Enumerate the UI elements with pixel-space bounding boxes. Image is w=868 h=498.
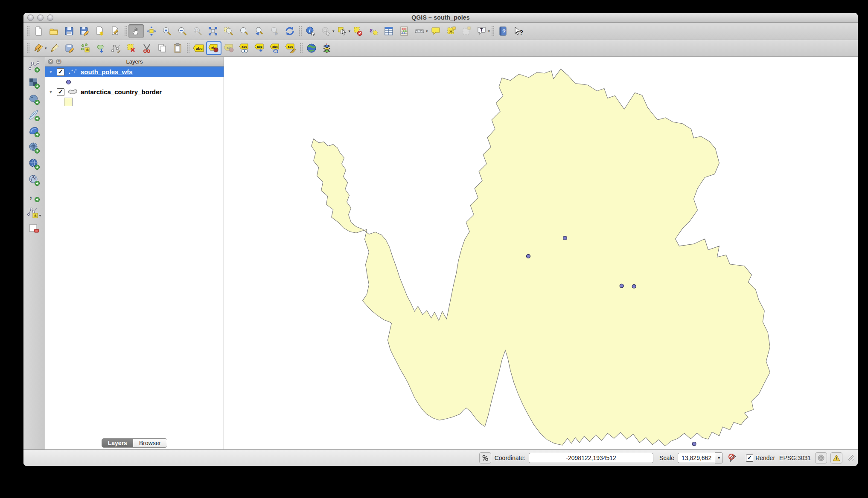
map-tips-button[interactable] <box>428 24 443 38</box>
coordinate-input[interactable]: -2098122,1934512 <box>529 453 653 463</box>
show-bookmarks-button[interactable] <box>459 24 474 38</box>
map-svg <box>224 57 858 449</box>
new-print-composer-button[interactable]: ✱ <box>92 24 108 38</box>
help-contents-button[interactable]: ? <box>495 24 511 38</box>
delete-selected-button[interactable] <box>124 41 139 55</box>
render-checkbox[interactable]: ✓ <box>746 455 753 462</box>
cut-features-button[interactable] <box>139 41 154 55</box>
log-messages-warning-icon[interactable]: ! <box>830 452 842 463</box>
zoom-to-selection-button[interactable] <box>221 24 236 38</box>
zoom-actual-size-button[interactable]: 1:1 <box>190 24 205 38</box>
copy-features-button[interactable] <box>154 41 170 55</box>
zoom-last-button[interactable] <box>251 24 267 38</box>
refresh-map-button[interactable] <box>282 24 297 38</box>
add-mssql-layer-button[interactable] <box>26 125 42 138</box>
statistical-summary-button[interactable] <box>396 24 412 38</box>
tab-browser[interactable]: Browser <box>133 439 167 447</box>
zoom-in-button[interactable] <box>159 24 175 38</box>
toolbar-handle[interactable] <box>491 26 494 37</box>
unpin-label-button[interactable]: ab <box>221 41 237 55</box>
add-wfs-layer-button[interactable] <box>26 174 42 187</box>
layer-name[interactable]: antarctica_country_border <box>81 88 162 96</box>
open-project-button[interactable] <box>46 24 61 38</box>
svg-text:abc: abc <box>242 45 247 49</box>
metasearch-globe-button[interactable] <box>304 41 319 55</box>
add-raster-layer-button[interactable] <box>26 76 42 90</box>
pin-label-button[interactable]: ab <box>206 41 221 55</box>
add-feature-button[interactable]: ✱ <box>78 41 93 55</box>
deselect-features-button[interactable] <box>350 24 366 38</box>
save-project-button[interactable] <box>61 24 77 38</box>
run-feature-action-button[interactable] <box>318 24 334 38</box>
toolbar-handle[interactable] <box>300 43 303 54</box>
layer-checkbox[interactable]: ✓ <box>57 88 64 96</box>
map-canvas[interactable] <box>224 57 858 449</box>
window-resize-grip[interactable] <box>848 455 854 461</box>
select-by-expression-button[interactable]: ε <box>366 24 381 38</box>
move-feature-button[interactable] <box>93 41 108 55</box>
zoom-to-layer-button[interactable] <box>236 24 251 38</box>
layer-row-south-poles-wfs[interactable]: ▼ ✓ south_poles_wfs <box>45 67 224 77</box>
svg-text:T: T <box>480 27 483 32</box>
layers-panel-title: Layers <box>45 58 224 65</box>
remove-layer-button[interactable] <box>26 222 42 235</box>
expander-icon[interactable]: ▼ <box>49 90 54 94</box>
current-edits-button[interactable] <box>31 41 46 55</box>
save-project-as-button[interactable] <box>77 24 92 38</box>
scale-combo[interactable]: 13,829,662 ▼ <box>678 452 723 463</box>
fill-symbol-swatch[interactable] <box>64 98 73 106</box>
text-annotation-button[interactable]: T <box>474 24 489 38</box>
layer-ordering-button[interactable] <box>319 41 335 55</box>
crs-globe-icon[interactable] <box>815 452 827 463</box>
new-shapefile-layer-button[interactable]: ✱ <box>26 206 42 219</box>
pan-to-selection-button[interactable] <box>144 24 159 38</box>
toolbar-handle[interactable] <box>186 43 189 54</box>
toolbar-handle[interactable] <box>299 26 302 37</box>
new-project-button[interactable] <box>31 24 46 38</box>
stop-rendering-icon[interactable] <box>727 453 738 463</box>
svg-text:✱: ✱ <box>86 48 89 52</box>
show-hide-labels-button[interactable]: abc <box>237 41 252 55</box>
labeling-button[interactable]: abc <box>191 41 206 55</box>
layer-row-antarctica-country-border[interactable]: ▼ ✓ antarctica_country_border <box>45 87 224 97</box>
rotate-label-button[interactable]: abc <box>268 41 283 55</box>
scale-dropdown-icon[interactable]: ▼ <box>715 452 723 463</box>
scale-input[interactable]: 13,829,662 <box>678 453 715 463</box>
expander-icon[interactable]: ▼ <box>49 69 54 74</box>
composer-manager-button[interactable] <box>108 24 123 38</box>
add-wcs-layer-button[interactable] <box>26 157 42 171</box>
map-point-feature <box>620 284 623 288</box>
add-vector-layer-button[interactable] <box>26 60 42 73</box>
save-layer-edits-button[interactable] <box>62 41 78 55</box>
layer-checkbox[interactable]: ✓ <box>57 68 64 76</box>
add-spatialite-layer-button[interactable] <box>26 109 42 122</box>
toolbar-handle[interactable] <box>26 26 29 37</box>
add-postgis-layer-button[interactable] <box>26 93 42 106</box>
toolbar-handle[interactable] <box>26 43 29 54</box>
toolbar-handle[interactable] <box>124 26 127 37</box>
symbol-row-polygon <box>45 97 224 107</box>
measure-line-button[interactable] <box>412 24 427 38</box>
new-bookmark-button[interactable]: ✱ <box>443 24 459 38</box>
move-label-button[interactable]: abc <box>252 41 268 55</box>
zoom-out-button[interactable] <box>175 24 190 38</box>
change-label-button[interactable]: abc <box>283 41 298 55</box>
layer-name[interactable]: south_poles_wfs <box>81 68 133 75</box>
whats-this-button[interactable]: ? <box>511 24 526 38</box>
add-delimited-text-layer-button[interactable]: , <box>26 190 42 203</box>
extents-toggle-icon[interactable] <box>479 452 491 463</box>
crs-status-label[interactable]: EPSG:3031 <box>779 455 811 461</box>
toggle-editing-button[interactable] <box>47 41 62 55</box>
paste-features-button[interactable] <box>170 41 185 55</box>
point-symbol-swatch[interactable] <box>66 80 71 84</box>
zoom-next-button[interactable] <box>267 24 282 38</box>
pan-map-button[interactable] <box>128 24 144 38</box>
tab-layers[interactable]: Layers <box>102 439 133 447</box>
node-tool-button[interactable] <box>108 41 124 55</box>
select-features-button[interactable] <box>335 24 350 38</box>
identify-features-button[interactable]: i <box>303 24 318 38</box>
add-wms-layer-button[interactable] <box>26 141 42 154</box>
toolbar-file-map: ✱ 1:1 i ▾ ▾ ε ▾ ✱ T ▾ ? ? <box>23 23 858 40</box>
open-attribute-table-button[interactable] <box>381 24 396 38</box>
zoom-full-extent-button[interactable] <box>205 24 221 38</box>
